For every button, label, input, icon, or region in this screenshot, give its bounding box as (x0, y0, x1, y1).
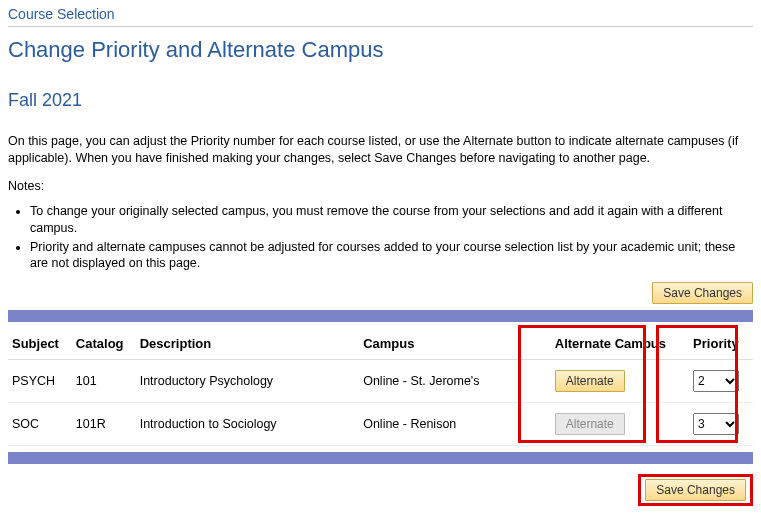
divider-bar-bottom (8, 452, 753, 464)
cell-campus: Online - St. Jerome's (359, 360, 551, 403)
table-row: SOC 101R Introduction to Sociology Onlin… (8, 403, 753, 446)
table-header-row: Subject Catalog Description Campus Alter… (8, 328, 753, 360)
table-row: PSYCH 101 Introductory Psychology Online… (8, 360, 753, 403)
cell-priority: 12345 (689, 360, 753, 403)
term-heading: Fall 2021 (8, 90, 753, 111)
page-title: Change Priority and Alternate Campus (8, 27, 753, 72)
alternate-button-disabled: Alternate (555, 413, 625, 435)
cell-campus: Online - Renison (359, 403, 551, 446)
save-changes-button-bottom[interactable]: Save Changes (645, 479, 746, 501)
course-table: Subject Catalog Description Campus Alter… (8, 328, 753, 446)
notes-list: To change your originally selected campu… (30, 203, 753, 273)
th-campus: Campus (359, 328, 551, 360)
priority-select[interactable]: 12345 (693, 413, 739, 435)
cell-subject: SOC (8, 403, 72, 446)
divider-bar-top (8, 310, 753, 322)
intro-text: On this page, you can adjust the Priorit… (8, 133, 753, 167)
breadcrumb[interactable]: Course Selection (8, 0, 753, 27)
cell-catalog: 101 (72, 360, 136, 403)
th-subject: Subject (8, 328, 72, 360)
alternate-button[interactable]: Alternate (555, 370, 625, 392)
cell-subject: PSYCH (8, 360, 72, 403)
cell-priority: 12345 (689, 403, 753, 446)
th-catalog: Catalog (72, 328, 136, 360)
cell-description: Introductory Psychology (136, 360, 360, 403)
th-priority: Priority (689, 328, 753, 360)
th-alternate-campus: Alternate Campus (551, 328, 689, 360)
top-save-row: Save Changes (8, 282, 753, 304)
highlight-save-changes: Save Changes (638, 474, 753, 506)
cell-catalog: 101R (72, 403, 136, 446)
notes-item: To change your originally selected campu… (30, 203, 753, 237)
priority-select[interactable]: 12345 (693, 370, 739, 392)
cell-alternate: Alternate (551, 360, 689, 403)
save-changes-button-top[interactable]: Save Changes (652, 282, 753, 304)
cell-alternate: Alternate (551, 403, 689, 446)
th-description: Description (136, 328, 360, 360)
notes-label: Notes: (8, 179, 753, 193)
notes-item: Priority and alternate campuses cannot b… (30, 239, 753, 273)
bottom-save-row: Save Changes (8, 474, 753, 506)
table-wrap: Subject Catalog Description Campus Alter… (8, 328, 753, 446)
cell-description: Introduction to Sociology (136, 403, 360, 446)
